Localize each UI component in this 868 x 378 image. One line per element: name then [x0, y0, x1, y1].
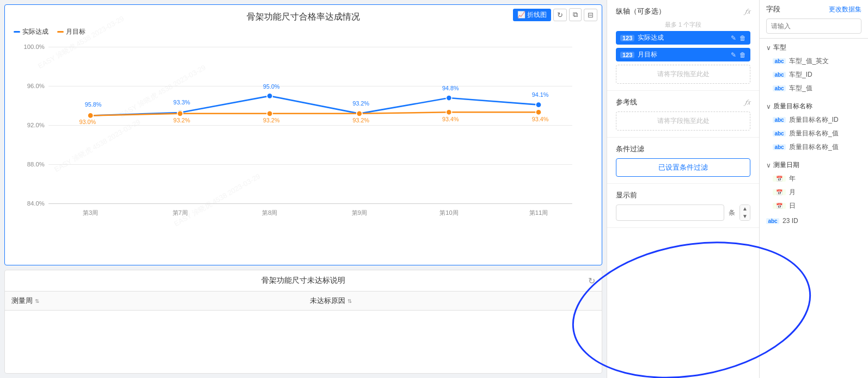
svg-point-18 — [178, 111, 183, 116]
field-badge-cartype-id: abc — [773, 72, 786, 78]
col-measurement-week-label: 测量周 — [11, 296, 33, 306]
field-badge-year: 📅 — [773, 176, 786, 182]
display-top-suffix: 条 — [729, 208, 735, 218]
field-group-date: ∨ 测量日期 📅 年 📅 月 📅 日 — [760, 156, 868, 215]
table-refresh-btn[interactable]: ↻ — [588, 276, 595, 286]
field-group-cartype-label: 车型 — [773, 43, 786, 52]
field-group-cartype: ∨ 车型 abc 车型_值_英文 abc 车型_ID abc 车型_值 — [760, 39, 868, 97]
field-tag-target: 123 月目标 ✎ 🗑 — [616, 48, 750, 61]
display-top-title: 显示前 — [616, 190, 637, 200]
condition-filter-title: 条件过滤 — [616, 144, 644, 154]
field-panel-title: 字段 — [766, 4, 780, 14]
field-panel: 字段 更改数据集 ∨ 车型 abc 车型_值_英文 abc 车型_ID abc … — [759, 0, 868, 378]
display-top-section: 显示前 条 ▲ ▼ — [607, 184, 759, 228]
edit-target-btn[interactable]: ✎ — [731, 51, 736, 59]
field-badge-cartype-val: abc — [773, 85, 786, 91]
col-reason[interactable]: 未达标原因 ⇅ — [303, 292, 602, 310]
legend-target: 月目标 — [57, 27, 85, 36]
svg-text:93.2%: 93.2% — [173, 117, 190, 123]
field-item-cartype-id[interactable]: abc 车型_ID — [760, 68, 868, 82]
line-chart-btn[interactable]: 📈 折线图 — [513, 9, 551, 21]
field-search-input[interactable] — [766, 18, 861, 34]
display-top-row: 条 ▲ ▼ — [616, 205, 750, 221]
field-name-quality-val1: 质量目标名称_值 — [789, 129, 839, 138]
svg-text:84.0%: 84.0% — [27, 200, 45, 207]
display-top-input[interactable] — [616, 205, 724, 221]
svg-text:92.0%: 92.0% — [27, 122, 45, 128]
field-group-quality-header[interactable]: ∨ 质量目标名称 — [760, 100, 868, 113]
legend-dot-target — [57, 31, 64, 33]
field-item-quality-val2[interactable]: abc 质量目标名称_值 — [760, 140, 868, 154]
field-name-cartype-val: 车型_值 — [789, 84, 812, 93]
col-reason-label: 未达标原因 — [310, 296, 345, 306]
reference-line-section: 参考线 𝑓𝑥 请将字段拖至此处 — [607, 91, 759, 138]
field-item-abc-23-id[interactable]: abc 23 ID — [760, 215, 868, 227]
fx-icon-ref[interactable]: 𝑓𝑥 — [745, 98, 750, 107]
refresh-chart-btn[interactable]: ↻ — [553, 9, 567, 21]
svg-text:93.4%: 93.4% — [532, 116, 549, 122]
svg-point-21 — [446, 109, 451, 115]
chart-container: EASY 涂晓虎 4538 2023-03-29 EASY 涂晓虎 4538 2… — [4, 4, 602, 265]
field-group-quality: ∨ 质量目标名称 abc 质量目标名称_ID abc 质量目标名称_值 abc … — [760, 97, 868, 156]
chart-toolbar: 📈 折线图 ↻ ⧉ ⊟ — [513, 8, 597, 21]
col-measurement-week[interactable]: 测量周 ⇅ — [5, 292, 303, 310]
chart-svg: 100.0% 96.0% 92.0% 88.0% 84.0% — [14, 39, 593, 234]
sort-icon-reason: ⇅ — [347, 298, 352, 304]
svg-text:第9周: 第9周 — [352, 209, 367, 216]
svg-text:第8周: 第8周 — [262, 209, 277, 216]
delete-target-btn[interactable]: 🗑 — [739, 51, 746, 59]
field-item-cartype-en[interactable]: abc 车型_值_英文 — [760, 54, 868, 68]
field-panel-header: 字段 更改数据集 — [760, 0, 868, 39]
field-item-day[interactable]: 📅 日 — [760, 199, 868, 213]
edit-actual-btn[interactable]: ✎ — [731, 34, 736, 42]
table-header: 测量周 ⇅ 未达标原因 ⇅ — [5, 292, 602, 311]
svg-text:96.0%: 96.0% — [27, 83, 45, 89]
legend-actual: 实际达成 — [14, 27, 48, 36]
field-item-quality-id[interactable]: abc 质量目标名称_ID — [760, 113, 868, 127]
field-item-year[interactable]: 📅 年 — [760, 172, 868, 185]
field-item-quality-val1[interactable]: abc 质量目标名称_值 — [760, 127, 868, 140]
svg-text:93.3%: 93.3% — [173, 99, 190, 106]
field-badge-month: 📅 — [773, 189, 786, 195]
svg-point-13 — [267, 93, 272, 98]
svg-text:100.0%: 100.0% — [23, 44, 44, 50]
field-tag-actual: 123 实际达成 ✎ 🗑 — [616, 31, 750, 45]
reference-line-header: 参考线 𝑓𝑥 — [616, 97, 750, 107]
delete-chart-btn[interactable]: ⊟ — [584, 9, 597, 21]
copy-chart-btn[interactable]: ⧉ — [569, 8, 582, 21]
condition-filter-btn[interactable]: 已设置条件过滤 — [616, 158, 750, 177]
spin-up-btn[interactable]: ▲ — [740, 205, 750, 213]
main-area: EASY 涂晓虎 4538 2023-03-29 EASY 涂晓虎 4538 2… — [0, 0, 607, 378]
display-top-header: 显示前 — [616, 190, 750, 200]
svg-text:第7周: 第7周 — [173, 209, 188, 216]
field-item-month[interactable]: 📅 月 — [760, 185, 868, 199]
fx-icon-y[interactable]: 𝑓𝑥 — [745, 7, 750, 16]
field-panel-top: 字段 更改数据集 — [766, 4, 861, 14]
y-axis-max-hint: 最多 1 个字段 — [616, 21, 750, 29]
field-badge-quality-id: abc — [773, 117, 786, 123]
y-axis-drop-zone[interactable]: 请将字段拖至此处 — [616, 65, 750, 84]
display-top-spinner: ▲ ▼ — [739, 205, 750, 221]
svg-point-15 — [446, 95, 451, 101]
delete-actual-btn[interactable]: 🗑 — [739, 34, 746, 42]
field-name-month: 月 — [789, 188, 796, 197]
table-container: 骨架功能尺寸未达标说明 ↻ 测量周 ⇅ 未达标原因 ⇅ — [4, 270, 602, 374]
update-data-btn[interactable]: 更改数据集 — [829, 5, 861, 14]
spin-down-btn[interactable]: ▼ — [740, 213, 750, 220]
condition-filter-header: 条件过滤 — [616, 144, 750, 154]
y-axis-title: 纵轴（可多选） — [616, 7, 665, 16]
reference-drop-zone[interactable]: 请将字段拖至此处 — [616, 111, 750, 131]
field-item-cartype-val[interactable]: abc 车型_值 — [760, 82, 868, 95]
field-group-quality-label: 质量目标名称 — [773, 102, 812, 111]
field-badge-day: 📅 — [773, 203, 786, 209]
field-badge-quality-val1: abc — [773, 131, 786, 137]
field-group-cartype-header[interactable]: ∨ 车型 — [760, 41, 868, 54]
y-axis-section: 纵轴（可多选） 𝑓𝑥 最多 1 个字段 123 实际达成 ✎ 🗑 123 月目标… — [607, 0, 759, 91]
field-tag-target-actions: ✎ 🗑 — [731, 51, 746, 59]
field-name-abc-23: 23 ID — [783, 217, 798, 225]
line-chart-label: 折线图 — [527, 10, 547, 20]
cartype-toggle-icon: ∨ — [766, 44, 771, 52]
field-name-day: 日 — [789, 201, 796, 210]
field-group-date-header[interactable]: ∨ 测量日期 — [760, 158, 868, 172]
svg-text:第11周: 第11周 — [529, 209, 548, 216]
